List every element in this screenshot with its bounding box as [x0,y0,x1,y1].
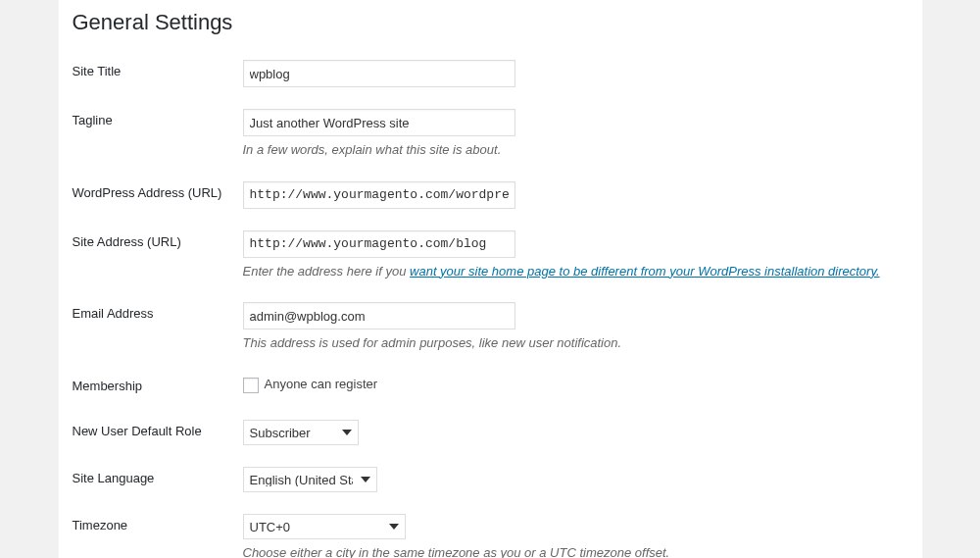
role-select[interactable]: Subscriber [243,420,359,445]
membership-checkbox-label: Anyone can register [265,377,378,391]
timezone-help: Choose either a city in the same timezon… [243,543,912,558]
email-label: Email Address [59,291,243,364]
membership-option[interactable]: Anyone can register [243,377,378,391]
site-title-input[interactable] [243,60,515,87]
email-help: This address is used for admin purposes,… [243,333,912,353]
site-url-help-prefix: Enter the address here if you [243,264,411,279]
membership-checkbox[interactable] [243,378,259,393]
site-url-help: Enter the address here if you want your … [243,262,912,281]
tagline-help: In a few words, explain what this site i… [243,140,912,160]
language-label: Site Language [59,456,243,503]
timezone-select[interactable]: UTC+0 [243,514,406,539]
wp-url-label: WordPress Address (URL) [59,171,243,220]
language-select[interactable]: English (United States) [243,467,377,492]
site-title-label: Site Title [59,49,243,98]
wp-url-input[interactable] [243,181,515,209]
tagline-input[interactable] [243,109,515,136]
timezone-label: Timezone [59,503,243,558]
page-title: General Settings [59,8,922,49]
membership-label: Membership [59,364,243,410]
tagline-label: Tagline [59,98,243,171]
role-label: New User Default Role [59,409,243,456]
site-url-label: Site Address (URL) [59,220,243,292]
site-url-input[interactable] [243,230,515,258]
email-input[interactable] [243,302,515,330]
site-url-help-link[interactable]: want your site home page to be different… [410,264,880,279]
